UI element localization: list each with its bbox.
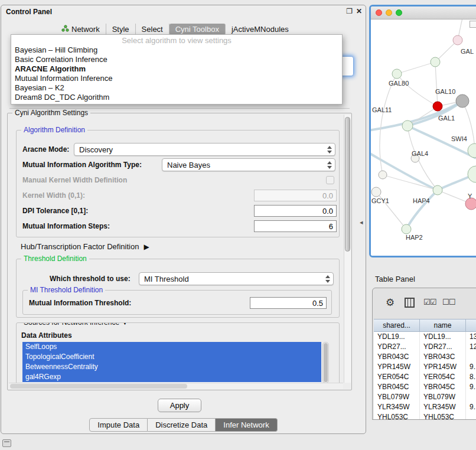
- kernel-width-field[interactable]: [254, 190, 337, 201]
- list-item[interactable]: SelfLoops: [22, 342, 321, 352]
- tab-discretize-data[interactable]: Discretize Data: [148, 418, 216, 432]
- table-row[interactable]: YBL079W YBL079W: [374, 392, 476, 402]
- network-node[interactable]: [465, 198, 476, 210]
- cell: [466, 392, 476, 402]
- list-item[interactable]: BetweennessCentrality: [22, 362, 321, 372]
- dropdown-item-dream8[interactable]: Dream8 DC_TDC Algorithm: [11, 93, 342, 102]
- tab-impute-data[interactable]: Impute Data: [89, 418, 148, 432]
- dropdown-placeholder: Select algorithm to view settings: [11, 35, 342, 45]
- cell: 8.: [466, 372, 476, 382]
- sources-title[interactable]: Sources for Network Inference ▼: [21, 322, 131, 327]
- dropdown-item-basic-correlation[interactable]: Basic Correlation Inference: [11, 55, 342, 64]
- dropdown-item-mutual-information[interactable]: Mutual Information Inference: [11, 74, 342, 83]
- apply-button[interactable]: Apply: [158, 399, 201, 412]
- data-attributes-label: Data Attributes: [21, 331, 72, 340]
- network-node[interactable]: [453, 35, 462, 45]
- cell: YDL19...: [420, 332, 466, 342]
- node-label: HAP4: [413, 197, 430, 204]
- aracne-mode-select[interactable]: Discovery: [74, 143, 335, 156]
- table-row[interactable]: YPR145W YPR145W 9.: [374, 362, 476, 372]
- mi-algorithm-type-select[interactable]: Naive Bayes: [162, 158, 335, 171]
- which-threshold-select[interactable]: MI Threshold: [139, 272, 334, 285]
- network-node[interactable]: [402, 120, 413, 131]
- dpi-tolerance-field[interactable]: [254, 205, 337, 217]
- cell: YBR045C: [420, 382, 466, 392]
- network-node[interactable]: [392, 69, 402, 79]
- network-window-titlebar[interactable]: [371, 6, 476, 19]
- table-header-row: shared... name: [374, 319, 476, 332]
- column-header-partial[interactable]: [466, 319, 476, 331]
- columns-icon[interactable]: [405, 298, 415, 308]
- manual-kernel-width-checkbox[interactable]: [326, 176, 334, 184]
- docked-panel-icon[interactable]: [2, 439, 11, 447]
- expand-right-icon[interactable]: ▶: [144, 243, 149, 251]
- network-canvas[interactable]: GAL GAL80 GAL10 GAL11 GAL1 SWI4 GAL4 GCY…: [371, 19, 476, 256]
- minimize-traffic-icon[interactable]: [386, 9, 392, 16]
- tab-jactivemnodules[interactable]: jActiveMNodules: [226, 24, 295, 35]
- tab-select[interactable]: Select: [136, 24, 169, 35]
- scrollbar-thumb[interactable]: [324, 343, 328, 382]
- gear-icon[interactable]: ⚙: [386, 296, 395, 309]
- list-item[interactable]: gal4RGexp: [22, 372, 321, 382]
- data-attributes-list[interactable]: SelfLoops TopologicalCoefficient Between…: [22, 342, 321, 383]
- node-table: shared... name YDL19... YDL19... 13 YDR2…: [374, 319, 476, 419]
- scrollbar-thumb[interactable]: [345, 117, 350, 252]
- network-node[interactable]: [431, 57, 440, 67]
- network-node-hap4[interactable]: [433, 185, 442, 195]
- hub-definition-section[interactable]: Hub/Transcription Factor Definition ▶: [21, 242, 149, 251]
- mi-algorithm-type-value: Naive Bayes: [167, 161, 210, 169]
- mi-threshold-field[interactable]: [250, 297, 327, 309]
- attributes-scrollbar[interactable]: [322, 342, 329, 383]
- list-item[interactable]: TopologicalCoefficient: [22, 352, 321, 362]
- network-node[interactable]: [379, 171, 387, 179]
- tab-infer-network[interactable]: Infer Network: [216, 418, 277, 432]
- mi-steps-field[interactable]: [254, 220, 337, 232]
- node-label: GAL80: [389, 80, 409, 87]
- node-label: GAL1: [438, 115, 455, 122]
- scrollbar-thumb[interactable]: [10, 384, 187, 389]
- table-row[interactable]: YBR043C YBR043C: [374, 352, 476, 362]
- tab-network[interactable]: Network: [56, 24, 106, 35]
- column-header-shared-name[interactable]: shared...: [374, 319, 420, 331]
- tab-style[interactable]: Style: [106, 24, 136, 35]
- dropdown-item-bayesian-hill-climbing[interactable]: Bayesian – Hill Climbing: [11, 45, 342, 55]
- table-row[interactable]: YDR27... YDR27... 12: [374, 342, 476, 352]
- float-window-icon[interactable]: ❐: [346, 7, 353, 15]
- column-header-name[interactable]: name: [420, 319, 466, 331]
- settings-horizontal-scrollbar[interactable]: [9, 383, 343, 389]
- table-panel-title: Table Panel: [375, 275, 415, 283]
- close-traffic-icon[interactable]: [376, 9, 382, 16]
- network-node-gal10[interactable]: [433, 102, 442, 111]
- deselect-all-columns-icon[interactable]: ☐☐: [442, 298, 455, 306]
- dropdown-item-aracne[interactable]: ARACNE Algorithm: [11, 64, 342, 74]
- network-node[interactable]: [456, 94, 469, 107]
- network-edge: [397, 62, 435, 74]
- tab-label: Network: [71, 25, 100, 34]
- collapse-left-icon[interactable]: ◂: [360, 219, 363, 226]
- select-all-columns-icon[interactable]: ☑☑: [423, 298, 436, 306]
- network-icon: [61, 25, 69, 34]
- table-row[interactable]: YER054C YER054C 8.: [374, 372, 476, 382]
- tab-cyni-toolbox[interactable]: Cyni Toolbox: [169, 24, 226, 35]
- node-label: GAL10: [435, 88, 455, 95]
- table-row[interactable]: YHL053C YHL053C: [374, 412, 476, 420]
- table-row[interactable]: YDL19... YDL19... 13: [374, 332, 476, 342]
- canvas-scroll-button[interactable]: [470, 21, 476, 28]
- cell: YER054C: [374, 372, 420, 382]
- table-panel-window: ⚙ ☑☑ ☐☐ shared... name YDL19... YDL19...…: [372, 288, 476, 420]
- network-node-gcy1[interactable]: [371, 187, 381, 197]
- collapse-down-icon[interactable]: ▼: [121, 322, 128, 327]
- zoom-traffic-icon[interactable]: [396, 9, 402, 16]
- table-toolbar: ⚙ ☑☑ ☐☐: [373, 288, 476, 319]
- network-edge: [462, 101, 475, 151]
- cell: [466, 412, 476, 420]
- table-row[interactable]: YBR045C YBR045C 9.: [374, 382, 476, 392]
- network-node-hap2[interactable]: [402, 224, 411, 234]
- close-icon[interactable]: ✕: [356, 7, 362, 15]
- network-node[interactable]: [468, 166, 476, 182]
- mi-threshold-definition-group: MI Threshold Definition Mutual Informati…: [22, 290, 332, 315]
- dropdown-item-bayesian-k2[interactable]: Bayesian – K2: [11, 83, 342, 93]
- cell: YBR043C: [420, 352, 466, 362]
- settings-vertical-scrollbar[interactable]: [344, 115, 351, 383]
- table-row[interactable]: YLR345W YLR345W 9.: [374, 402, 476, 412]
